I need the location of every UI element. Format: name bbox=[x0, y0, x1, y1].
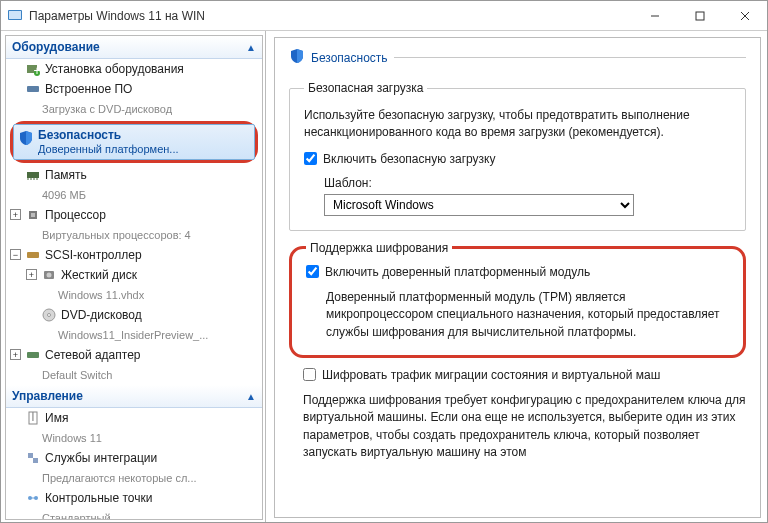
close-button[interactable] bbox=[722, 1, 767, 30]
checkbox-label: Включить безопасную загрузку bbox=[323, 152, 495, 166]
tree-label: Имя bbox=[45, 410, 68, 426]
window-title: Параметры Windows 11 на WIN bbox=[29, 9, 632, 23]
tree-network[interactable]: + Сетевой адаптер bbox=[6, 345, 262, 365]
category-label: Оборудование bbox=[12, 40, 100, 54]
group-secure-boot: Безопасная загрузка Используйте безопасн… bbox=[289, 81, 746, 231]
tree-hdd[interactable]: + Жесткий диск bbox=[6, 265, 262, 285]
tree-collapse[interactable]: − bbox=[10, 249, 21, 260]
encryption-footer: Поддержка шифрования требует конфигураци… bbox=[289, 392, 746, 462]
add-hardware-icon: + bbox=[25, 61, 41, 77]
svg-rect-16 bbox=[31, 213, 35, 217]
tree-toggle bbox=[10, 63, 21, 74]
network-icon bbox=[25, 347, 41, 363]
section-header: Безопасность bbox=[289, 48, 746, 67]
svg-rect-26 bbox=[33, 458, 38, 463]
tree-memory[interactable]: Память bbox=[6, 165, 262, 185]
tree-install-hardware[interactable]: + Установка оборудования bbox=[6, 59, 262, 79]
tree-expand[interactable]: + bbox=[26, 269, 37, 280]
svg-rect-3 bbox=[696, 12, 704, 20]
tree-sub-label: Windows11_InsiderPreview_... bbox=[58, 327, 208, 343]
tree-toggle bbox=[10, 83, 21, 94]
svg-text:+: + bbox=[33, 64, 40, 77]
tree-sub-label: Стандартный bbox=[42, 510, 111, 520]
tree-sub-label: Виртуальных процессоров: 4 bbox=[42, 227, 191, 243]
tree-sub-label: Default Switch bbox=[42, 367, 112, 383]
category-label: Управление bbox=[12, 389, 83, 403]
encrypt-traffic-checkbox[interactable] bbox=[303, 368, 316, 381]
secure-boot-description: Используйте безопасную загрузку, чтобы п… bbox=[304, 107, 731, 142]
chevron-up-icon: ▲ bbox=[246, 391, 256, 402]
tree-security[interactable]: Безопасность Доверенный платформен... bbox=[13, 124, 255, 160]
checkbox-label: Включить доверенный платформенный модуль bbox=[325, 265, 590, 279]
tree-firmware[interactable]: Встроенное ПО bbox=[6, 79, 262, 99]
category-management[interactable]: Управление ▲ bbox=[6, 385, 262, 408]
tree-dvd-value: Windows11_InsiderPreview_... bbox=[6, 325, 262, 345]
settings-panel: Безопасность Безопасная загрузка Использ… bbox=[266, 31, 767, 523]
tree-label: Контрольные точки bbox=[45, 490, 152, 506]
group-legend: Безопасная загрузка bbox=[304, 81, 427, 95]
tree-label: Службы интеграции bbox=[45, 450, 157, 466]
tree-sub-label: Windows 11.vhdx bbox=[58, 287, 144, 303]
hardware-tree-panel: Оборудование ▲ + Установка оборудования … bbox=[1, 31, 266, 523]
scsi-icon bbox=[25, 247, 41, 263]
tpm-description: Доверенный платформенный модуль (TPM) яв… bbox=[306, 289, 729, 341]
tree-sub-label: 4096 МБ bbox=[42, 187, 86, 203]
tree-dvd[interactable]: DVD-дисковод bbox=[6, 305, 262, 325]
tree-checkpoints[interactable]: Контрольные точки bbox=[6, 488, 262, 508]
tree-scsi[interactable]: − SCSI-контроллер bbox=[6, 245, 262, 265]
tree-integration[interactable]: Службы интеграции bbox=[6, 448, 262, 468]
svg-rect-9 bbox=[27, 86, 39, 92]
dvd-icon bbox=[41, 307, 57, 323]
tree-toggle bbox=[10, 452, 21, 463]
svg-text:I: I bbox=[31, 410, 34, 424]
tree-label: Жесткий диск bbox=[61, 267, 137, 283]
svg-rect-22 bbox=[27, 352, 39, 358]
chevron-up-icon: ▲ bbox=[246, 42, 256, 53]
tree-sub-label: Windows 11 bbox=[42, 430, 102, 446]
tree-toggle bbox=[10, 169, 21, 180]
template-select[interactable]: Microsoft Windows bbox=[324, 194, 634, 216]
category-hardware[interactable]: Оборудование ▲ bbox=[6, 36, 262, 59]
svg-point-19 bbox=[47, 273, 52, 278]
tree-toggle bbox=[10, 492, 21, 503]
tree-label: SCSI-контроллер bbox=[45, 247, 142, 263]
tree-label: DVD-дисковод bbox=[61, 307, 142, 323]
tree-expand[interactable]: + bbox=[10, 349, 21, 360]
checkpoints-icon bbox=[25, 490, 41, 506]
tree-network-value: Default Switch bbox=[6, 365, 262, 385]
tree-sub-label: Предлагаются некоторые сл... bbox=[42, 470, 197, 486]
section-title: Безопасность bbox=[311, 51, 388, 65]
tree-label: Безопасность Доверенный платформен... bbox=[38, 128, 179, 156]
tree-integration-value: Предлагаются некоторые сл... bbox=[6, 468, 262, 488]
template-label: Шаблон: bbox=[324, 176, 731, 190]
cpu-icon bbox=[25, 207, 41, 223]
tree-label: Встроенное ПО bbox=[45, 81, 132, 97]
svg-rect-10 bbox=[27, 172, 39, 178]
shield-icon bbox=[18, 130, 34, 146]
hdd-icon bbox=[41, 267, 57, 283]
enable-secure-boot-checkbox[interactable] bbox=[304, 152, 317, 165]
tree-toggle bbox=[26, 309, 37, 320]
tree-name[interactable]: I Имя bbox=[6, 408, 262, 428]
checkbox-label: Шифровать трафик миграции состояния и ви… bbox=[322, 368, 660, 382]
integration-icon bbox=[25, 450, 41, 466]
maximize-button[interactable] bbox=[677, 1, 722, 30]
tree-label: Процессор bbox=[45, 207, 106, 223]
divider bbox=[394, 57, 746, 58]
firmware-icon bbox=[25, 81, 41, 97]
tree-cpu-value: Виртуальных процессоров: 4 bbox=[6, 225, 262, 245]
tree-toggle bbox=[10, 412, 21, 423]
tree-checkpoints-value: Стандартный bbox=[6, 508, 262, 520]
tree-hdd-value: Windows 11.vhdx bbox=[6, 285, 262, 305]
shield-icon bbox=[289, 48, 305, 67]
tree-label: Сетевой адаптер bbox=[45, 347, 140, 363]
minimize-button[interactable] bbox=[632, 1, 677, 30]
enable-tpm-checkbox[interactable] bbox=[306, 265, 319, 278]
titlebar: Параметры Windows 11 на WIN bbox=[1, 1, 767, 31]
tree-cpu[interactable]: + Процессор bbox=[6, 205, 262, 225]
name-icon: I bbox=[25, 410, 41, 426]
tree-expand[interactable]: + bbox=[10, 209, 21, 220]
svg-point-21 bbox=[48, 314, 51, 317]
tree-sub-label: Загрузка с DVD-дисковод bbox=[42, 101, 172, 117]
tree-firmware-value: Загрузка с DVD-дисковод bbox=[6, 99, 262, 119]
